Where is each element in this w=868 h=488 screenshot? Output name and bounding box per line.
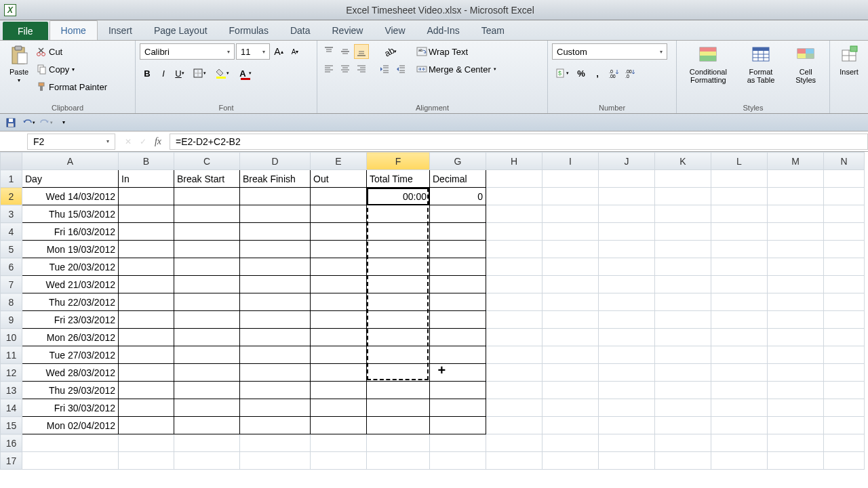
cell-C16[interactable]	[174, 434, 240, 452]
cell-M15[interactable]	[768, 417, 824, 434]
comma-button[interactable]: ,	[590, 66, 605, 81]
cell-H12[interactable]	[486, 364, 542, 382]
paste-button[interactable]: Paste ▾	[4, 43, 34, 85]
bold-button[interactable]: B	[140, 66, 155, 81]
cell-G9[interactable]	[430, 311, 486, 329]
cell-C9[interactable]	[174, 311, 240, 329]
cell-F3[interactable]	[367, 205, 430, 223]
row-header-7[interactable]: 7	[1, 276, 22, 293]
cell-A10[interactable]: Mon 26/03/2012	[22, 329, 119, 346]
cell-B11[interactable]	[119, 346, 174, 364]
cell-A14[interactable]: Fri 30/03/2012	[22, 399, 119, 417]
col-header-E[interactable]: E	[311, 152, 367, 170]
cell-B13[interactable]	[119, 382, 174, 399]
insert-tab[interactable]: Insert	[98, 20, 143, 40]
cell-A12[interactable]: Wed 28/03/2012	[22, 364, 119, 382]
cell-E7[interactable]	[311, 276, 367, 293]
col-header-M[interactable]: M	[768, 152, 824, 170]
cell-B6[interactable]	[119, 258, 174, 276]
cell-B8[interactable]	[119, 293, 174, 311]
cell-L14[interactable]	[711, 399, 768, 417]
cell-styles-button[interactable]: Cell Styles	[791, 43, 821, 85]
cell-I1[interactable]	[542, 170, 599, 188]
cell-H16[interactable]	[486, 434, 542, 452]
cell-E4[interactable]	[311, 223, 367, 241]
cell-D1[interactable]: Break Finish	[240, 170, 311, 188]
cell-M16[interactable]	[768, 434, 824, 452]
row-header-14[interactable]: 14	[1, 399, 22, 417]
cell-D15[interactable]	[240, 417, 311, 434]
font-color-button[interactable]: A ▾	[235, 66, 256, 81]
cell-A1[interactable]: Day	[22, 170, 119, 188]
cell-L8[interactable]	[711, 293, 768, 311]
cell-K12[interactable]	[655, 364, 711, 382]
cell-J14[interactable]	[599, 399, 655, 417]
row-header-2[interactable]: 2	[1, 188, 22, 205]
cell-G17[interactable]	[430, 452, 486, 470]
cell-H2[interactable]	[486, 188, 542, 205]
cell-J4[interactable]	[599, 223, 655, 241]
cell-N5[interactable]	[824, 241, 865, 258]
cell-G15[interactable]	[430, 417, 486, 434]
cell-C1[interactable]: Break Start	[174, 170, 240, 188]
decrease-indent-button[interactable]	[377, 62, 392, 77]
cell-E1[interactable]: Out	[311, 170, 367, 188]
cell-G8[interactable]	[430, 293, 486, 311]
cell-B12[interactable]	[119, 364, 174, 382]
cell-K6[interactable]	[655, 258, 711, 276]
formula-input[interactable]: =E2-D2+C2-B2	[170, 134, 868, 150]
cell-F12[interactable]	[367, 364, 430, 382]
home-tab[interactable]: Home	[50, 20, 98, 40]
cell-C5[interactable]	[174, 241, 240, 258]
cell-K8[interactable]	[655, 293, 711, 311]
cell-A5[interactable]: Mon 19/03/2012	[22, 241, 119, 258]
cell-F7[interactable]	[367, 276, 430, 293]
font-name-select[interactable]: Calibri▾	[140, 43, 235, 60]
cell-L12[interactable]	[711, 364, 768, 382]
align-middle-button[interactable]	[338, 44, 353, 59]
row-header-3[interactable]: 3	[1, 205, 22, 223]
cell-D9[interactable]	[240, 311, 311, 329]
cell-M5[interactable]	[768, 241, 824, 258]
cell-E12[interactable]	[311, 364, 367, 382]
cell-J9[interactable]	[599, 311, 655, 329]
cell-L3[interactable]	[711, 205, 768, 223]
addins-tab[interactable]: Add-Ins	[416, 20, 471, 40]
cell-D17[interactable]	[240, 452, 311, 470]
col-header-G[interactable]: G	[430, 152, 486, 170]
cut-button[interactable]: Cut	[37, 43, 107, 60]
cell-C4[interactable]	[174, 223, 240, 241]
row-header-8[interactable]: 8	[1, 293, 22, 311]
cell-I8[interactable]	[542, 293, 599, 311]
cell-A15[interactable]: Mon 02/04/2012	[22, 417, 119, 434]
cell-C17[interactable]	[174, 452, 240, 470]
cell-J17[interactable]	[599, 452, 655, 470]
cell-N13[interactable]	[824, 382, 865, 399]
row-header-10[interactable]: 10	[1, 329, 22, 346]
cell-N9[interactable]	[824, 311, 865, 329]
formulas-tab[interactable]: Formulas	[218, 20, 279, 40]
copy-button[interactable]: Copy ▾	[37, 61, 107, 77]
cell-I11[interactable]	[542, 346, 599, 364]
cell-I5[interactable]	[542, 241, 599, 258]
cell-L15[interactable]	[711, 417, 768, 434]
cell-J1[interactable]	[599, 170, 655, 188]
enter-formula-button[interactable]: ✓	[136, 134, 151, 149]
cell-N2[interactable]	[824, 188, 865, 205]
row-header-9[interactable]: 9	[1, 311, 22, 329]
cell-F10[interactable]	[367, 329, 430, 346]
cell-M1[interactable]	[768, 170, 824, 188]
col-header-L[interactable]: L	[711, 152, 768, 170]
cell-I10[interactable]	[542, 329, 599, 346]
cell-H8[interactable]	[486, 293, 542, 311]
cell-M17[interactable]	[768, 452, 824, 470]
insert-cells-button[interactable]: Insert	[834, 43, 864, 77]
cell-D5[interactable]	[240, 241, 311, 258]
cell-F8[interactable]	[367, 293, 430, 311]
cell-I7[interactable]	[542, 276, 599, 293]
cell-J6[interactable]	[599, 258, 655, 276]
cell-N11[interactable]	[824, 346, 865, 364]
cell-F9[interactable]	[367, 311, 430, 329]
cell-C12[interactable]	[174, 364, 240, 382]
cell-B17[interactable]	[119, 452, 174, 470]
